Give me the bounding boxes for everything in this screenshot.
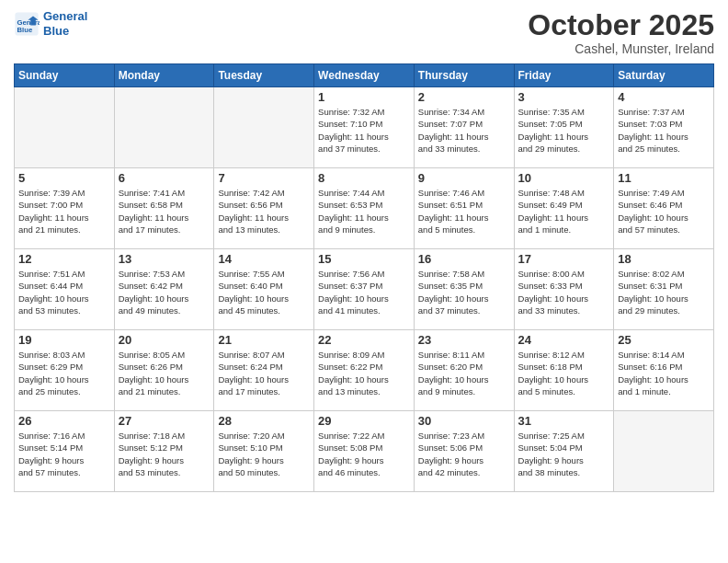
day-info: Sunrise: 7:55 AM Sunset: 6:40 PM Dayligh… (218, 268, 310, 316)
day-info: Sunrise: 7:44 AM Sunset: 6:53 PM Dayligh… (318, 187, 410, 236)
calendar-cell (15, 87, 115, 168)
day-info: Sunrise: 7:49 AM Sunset: 6:46 PM Dayligh… (618, 187, 710, 236)
title-block: October 2025 Cashel, Munster, Ireland (528, 9, 714, 56)
logo-line2: Blue (43, 24, 69, 38)
day-number: 22 (318, 333, 410, 347)
calendar-cell: 16Sunrise: 7:58 AM Sunset: 6:35 PM Dayli… (414, 249, 514, 330)
day-number: 6 (119, 171, 210, 185)
svg-text:Blue: Blue (17, 26, 33, 34)
weekday-header-tuesday: Tuesday (214, 64, 314, 87)
calendar-cell (114, 87, 214, 168)
calendar-cell: 20Sunrise: 8:05 AM Sunset: 6:26 PM Dayli… (114, 330, 214, 411)
calendar-week-5: 26Sunrise: 7:16 AM Sunset: 5:14 PM Dayli… (15, 411, 714, 492)
day-info: Sunrise: 7:35 AM Sunset: 7:05 PM Dayligh… (518, 106, 610, 155)
day-number: 29 (318, 414, 410, 428)
calendar-cell: 29Sunrise: 7:22 AM Sunset: 5:08 PM Dayli… (314, 411, 415, 492)
logo: General Blue General Blue (14, 9, 87, 38)
day-info: Sunrise: 8:05 AM Sunset: 6:26 PM Dayligh… (119, 349, 210, 397)
day-info: Sunrise: 7:41 AM Sunset: 6:58 PM Dayligh… (119, 187, 210, 236)
day-info: Sunrise: 7:51 AM Sunset: 6:44 PM Dayligh… (18, 268, 110, 316)
calendar-cell: 12Sunrise: 7:51 AM Sunset: 6:44 PM Dayli… (15, 249, 115, 330)
day-info: Sunrise: 7:18 AM Sunset: 5:12 PM Dayligh… (119, 430, 210, 478)
day-info: Sunrise: 7:48 AM Sunset: 6:49 PM Dayligh… (518, 187, 610, 236)
day-number: 28 (218, 414, 310, 428)
day-number: 3 (518, 90, 610, 104)
page-container: General Blue General Blue October 2025 C… (0, 0, 728, 497)
calendar-cell (614, 411, 714, 492)
day-info: Sunrise: 8:09 AM Sunset: 6:22 PM Dayligh… (318, 349, 410, 397)
logo-text: General Blue (43, 9, 87, 38)
weekday-header-friday: Friday (514, 64, 614, 87)
calendar-cell: 5Sunrise: 7:39 AM Sunset: 7:00 PM Daylig… (15, 168, 115, 249)
day-number: 12 (18, 252, 110, 266)
calendar-cell: 23Sunrise: 8:11 AM Sunset: 6:20 PM Dayli… (414, 330, 514, 411)
calendar-cell: 14Sunrise: 7:55 AM Sunset: 6:40 PM Dayli… (214, 249, 314, 330)
month-title: October 2025 (528, 9, 714, 41)
day-number: 27 (119, 414, 210, 428)
weekday-header-monday: Monday (114, 64, 214, 87)
logo-icon: General Blue (14, 11, 40, 37)
calendar-cell: 21Sunrise: 8:07 AM Sunset: 6:24 PM Dayli… (214, 330, 314, 411)
day-number: 24 (518, 333, 610, 347)
day-number: 2 (418, 90, 510, 104)
calendar-cell: 6Sunrise: 7:41 AM Sunset: 6:58 PM Daylig… (114, 168, 214, 249)
day-number: 16 (418, 252, 510, 266)
day-number: 15 (318, 252, 410, 266)
day-number: 21 (218, 333, 310, 347)
day-number: 17 (518, 252, 610, 266)
location: Cashel, Munster, Ireland (528, 41, 714, 56)
calendar-cell: 7Sunrise: 7:42 AM Sunset: 6:56 PM Daylig… (214, 168, 314, 249)
calendar-week-4: 19Sunrise: 8:03 AM Sunset: 6:29 PM Dayli… (15, 330, 714, 411)
day-info: Sunrise: 7:46 AM Sunset: 6:51 PM Dayligh… (418, 187, 510, 236)
calendar-cell: 10Sunrise: 7:48 AM Sunset: 6:49 PM Dayli… (514, 168, 614, 249)
day-number: 31 (518, 414, 610, 428)
calendar-week-2: 5Sunrise: 7:39 AM Sunset: 7:00 PM Daylig… (15, 168, 714, 249)
day-number: 26 (18, 414, 110, 428)
day-info: Sunrise: 7:34 AM Sunset: 7:07 PM Dayligh… (418, 106, 510, 155)
day-number: 18 (618, 252, 710, 266)
day-info: Sunrise: 8:07 AM Sunset: 6:24 PM Dayligh… (218, 349, 310, 397)
day-number: 9 (418, 171, 510, 185)
calendar-cell: 31Sunrise: 7:25 AM Sunset: 5:04 PM Dayli… (514, 411, 614, 492)
calendar-cell: 9Sunrise: 7:46 AM Sunset: 6:51 PM Daylig… (414, 168, 514, 249)
calendar-cell: 15Sunrise: 7:56 AM Sunset: 6:37 PM Dayli… (314, 249, 415, 330)
calendar-week-3: 12Sunrise: 7:51 AM Sunset: 6:44 PM Dayli… (15, 249, 714, 330)
day-info: Sunrise: 8:03 AM Sunset: 6:29 PM Dayligh… (18, 349, 110, 397)
calendar-cell: 30Sunrise: 7:23 AM Sunset: 5:06 PM Dayli… (414, 411, 514, 492)
calendar-week-1: 1Sunrise: 7:32 AM Sunset: 7:10 PM Daylig… (15, 87, 714, 168)
day-number: 8 (318, 171, 410, 185)
day-info: Sunrise: 7:32 AM Sunset: 7:10 PM Dayligh… (318, 106, 410, 155)
day-number: 30 (418, 414, 510, 428)
day-info: Sunrise: 7:16 AM Sunset: 5:14 PM Dayligh… (18, 430, 110, 478)
day-info: Sunrise: 8:12 AM Sunset: 6:18 PM Dayligh… (518, 349, 610, 397)
day-number: 20 (119, 333, 210, 347)
day-info: Sunrise: 7:23 AM Sunset: 5:06 PM Dayligh… (418, 430, 510, 478)
day-info: Sunrise: 8:02 AM Sunset: 6:31 PM Dayligh… (618, 268, 710, 316)
calendar-cell: 18Sunrise: 8:02 AM Sunset: 6:31 PM Dayli… (614, 249, 714, 330)
day-number: 13 (119, 252, 210, 266)
calendar-cell: 27Sunrise: 7:18 AM Sunset: 5:12 PM Dayli… (114, 411, 214, 492)
calendar-cell: 4Sunrise: 7:37 AM Sunset: 7:03 PM Daylig… (614, 87, 714, 168)
day-info: Sunrise: 7:56 AM Sunset: 6:37 PM Dayligh… (318, 268, 410, 316)
day-number: 25 (618, 333, 710, 347)
day-info: Sunrise: 8:00 AM Sunset: 6:33 PM Dayligh… (518, 268, 610, 316)
calendar-cell: 25Sunrise: 8:14 AM Sunset: 6:16 PM Dayli… (614, 330, 714, 411)
day-number: 14 (218, 252, 310, 266)
day-info: Sunrise: 7:20 AM Sunset: 5:10 PM Dayligh… (218, 430, 310, 478)
day-info: Sunrise: 7:22 AM Sunset: 5:08 PM Dayligh… (318, 430, 410, 478)
day-number: 23 (418, 333, 510, 347)
calendar-cell: 19Sunrise: 8:03 AM Sunset: 6:29 PM Dayli… (15, 330, 115, 411)
calendar-cell: 1Sunrise: 7:32 AM Sunset: 7:10 PM Daylig… (314, 87, 415, 168)
day-info: Sunrise: 7:37 AM Sunset: 7:03 PM Dayligh… (618, 106, 710, 155)
day-info: Sunrise: 7:53 AM Sunset: 6:42 PM Dayligh… (119, 268, 210, 316)
weekday-header-row: SundayMondayTuesdayWednesdayThursdayFrid… (15, 64, 714, 87)
day-info: Sunrise: 8:11 AM Sunset: 6:20 PM Dayligh… (418, 349, 510, 397)
day-number: 4 (618, 90, 710, 104)
calendar-cell: 3Sunrise: 7:35 AM Sunset: 7:05 PM Daylig… (514, 87, 614, 168)
calendar-cell: 24Sunrise: 8:12 AM Sunset: 6:18 PM Dayli… (514, 330, 614, 411)
weekday-header-saturday: Saturday (614, 64, 714, 87)
calendar-cell: 28Sunrise: 7:20 AM Sunset: 5:10 PM Dayli… (214, 411, 314, 492)
day-info: Sunrise: 7:25 AM Sunset: 5:04 PM Dayligh… (518, 430, 610, 478)
day-number: 1 (318, 90, 410, 104)
calendar-cell: 8Sunrise: 7:44 AM Sunset: 6:53 PM Daylig… (314, 168, 415, 249)
